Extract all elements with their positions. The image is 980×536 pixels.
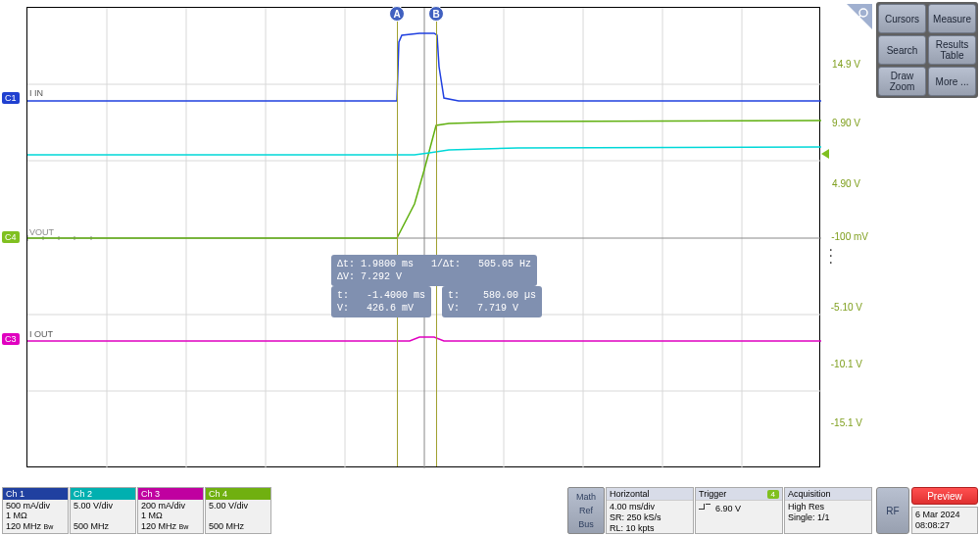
delta-readout: Δt: 1.9800 ms 1/Δt: 505.05 HzΔV: 7.292 V [331, 255, 537, 286]
more-button[interactable]: More ... [928, 67, 976, 96]
math-ref-bus-button[interactable]: Math Ref Bus [567, 487, 605, 534]
channel-3-header: Ch 3 [138, 488, 203, 500]
trigger-title: Trigger [699, 489, 726, 499]
cursors-button[interactable]: Cursors [878, 4, 926, 33]
grid [27, 8, 821, 468]
svg-line-21 [857, 16, 860, 20]
channel-3-box[interactable]: Ch 3 200 mA/div1 MΩ120 MHz Bw [137, 487, 204, 534]
cursor-a-readout: t: -1.4000 msV: 426.6 mV [331, 286, 431, 317]
math-label: Math [576, 492, 596, 502]
ylabel-0: 14.9 V [832, 59, 860, 70]
acquisition-title: Acquisition [785, 488, 871, 501]
channel-1-name: I IN [29, 88, 43, 98]
channel-2-header: Ch 2 [71, 488, 135, 500]
trigger-source-badge: 4 [767, 490, 779, 499]
channel-1-header: Ch 1 [3, 488, 68, 500]
results-table-button[interactable]: Results Table [928, 35, 976, 65]
cursor-b-line[interactable] [436, 8, 437, 466]
channel-1-box[interactable]: Ch 1 500 mA/div1 MΩ120 MHz Bw [2, 487, 69, 534]
right-button-panel: Cursors Measure Search Results Table Dra… [876, 2, 978, 98]
horizontal-box[interactable]: Horizontal 4.00 ms/divSR: 250 kS/sRL: 10… [606, 487, 694, 534]
bus-label: Bus [578, 519, 594, 529]
channel-3-name: I OUT [29, 329, 53, 339]
channel-4-header: Ch 4 [206, 488, 270, 500]
datetime-display: 6 Mar 202408:08:27 [911, 507, 978, 534]
horizontal-title: Horizontal [607, 488, 693, 501]
channel-3-marker[interactable]: C3 [2, 333, 20, 345]
channel-4-box[interactable]: Ch 4 5.00 V/div500 MHz [205, 487, 271, 534]
channel-4-marker[interactable]: C4 [2, 231, 20, 243]
trigger-box[interactable]: Trigger4 6.90 V [695, 487, 783, 534]
ylabel-3: -100 mV [831, 231, 868, 242]
ylabel-4: -5.10 V [831, 302, 862, 313]
ylabel-6: -15.1 V [831, 417, 862, 428]
acquisition-box[interactable]: Acquisition High ResSingle: 1/1 [784, 487, 872, 534]
preview-button[interactable]: Preview [911, 487, 978, 505]
measure-button[interactable]: Measure [928, 4, 976, 33]
cursor-b-readout: t: 580.00 µsV: 7.719 V [442, 286, 542, 317]
ylabel-5: -10.1 V [831, 359, 862, 369]
oscilloscope-display: A B Δt: 1.9800 ms 1/Δt: 505.05 HzΔV: 7.2… [2, 2, 874, 482]
bottom-right-panel: RF Preview 6 Mar 202408:08:27 [876, 487, 978, 534]
ref-label: Ref [579, 506, 593, 515]
ylabel-2: 4.90 V [832, 178, 860, 189]
bottom-bar: Ch 1 500 mA/div1 MΩ120 MHz Bw Ch 2 5.00 … [2, 487, 872, 534]
channel-1-marker[interactable]: C1 [2, 92, 20, 104]
magnify-icon[interactable] [847, 4, 872, 29]
trigger-level-arrow[interactable] [821, 149, 829, 159]
channel-2-box[interactable]: Ch 2 5.00 V/div500 MHz [70, 487, 136, 534]
cursor-a-line[interactable] [397, 8, 398, 466]
more-dots-icon[interactable]: ··· [829, 247, 833, 266]
cursor-b-marker[interactable]: B [428, 6, 444, 22]
ylabel-1: 9.90 V [832, 118, 860, 128]
rising-edge-icon [699, 502, 710, 512]
channel-4-name: VOUT [29, 227, 54, 237]
draw-zoom-button[interactable]: Draw Zoom [878, 67, 926, 96]
cursor-a-marker[interactable]: A [389, 6, 405, 22]
waveform-plot[interactable]: A B Δt: 1.9800 ms 1/Δt: 505.05 HzΔV: 7.2… [26, 7, 820, 467]
waveforms [27, 8, 821, 468]
rf-button[interactable]: RF [876, 487, 909, 534]
search-button[interactable]: Search [878, 35, 926, 65]
